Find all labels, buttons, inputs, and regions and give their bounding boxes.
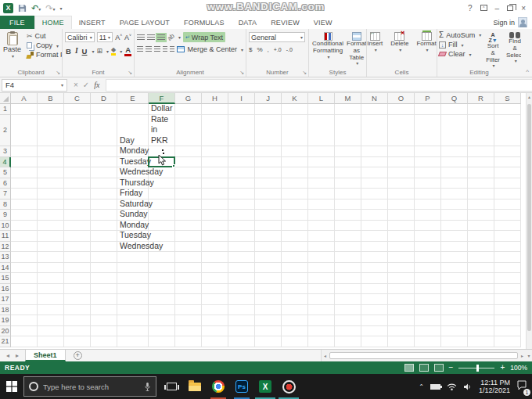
scroll-left-icon[interactable]: ◂ xyxy=(322,353,329,358)
cell-L13[interactable] xyxy=(308,252,335,263)
cell-R19[interactable] xyxy=(468,315,494,326)
cell-R11[interactable] xyxy=(468,231,494,242)
cell-N3[interactable] xyxy=(361,146,388,157)
minimize-button[interactable]: – xyxy=(495,4,500,13)
cell-I19[interactable] xyxy=(228,315,255,326)
cell-M1[interactable] xyxy=(335,104,361,115)
cell-O4[interactable] xyxy=(388,157,415,168)
cell-L1[interactable] xyxy=(308,104,335,115)
cell-M20[interactable] xyxy=(335,326,361,337)
cell-J8[interactable] xyxy=(255,200,282,210)
merge-center-button[interactable]: Merge & Center▾ xyxy=(177,45,243,53)
cell-K3[interactable] xyxy=(282,146,308,157)
cell-B1[interactable] xyxy=(38,104,64,115)
cell-L6[interactable] xyxy=(308,178,335,189)
cell-N5[interactable] xyxy=(361,167,388,178)
cell-D12[interactable] xyxy=(91,242,117,253)
cell-K20[interactable] xyxy=(282,326,308,337)
cell-K11[interactable] xyxy=(282,231,308,242)
cell-D6[interactable] xyxy=(91,178,117,189)
cell-A6[interactable] xyxy=(11,178,38,189)
cell-I16[interactable] xyxy=(228,284,255,295)
cell-G21[interactable] xyxy=(175,336,202,347)
cell-E1[interactable] xyxy=(117,104,149,115)
cell-C14[interactable] xyxy=(64,263,91,274)
cell-S10[interactable] xyxy=(494,221,521,232)
cell-E11[interactable]: Tuesday xyxy=(117,231,149,242)
cell-J13[interactable] xyxy=(255,252,282,263)
horizontal-scroll-thumb[interactable] xyxy=(329,352,518,359)
column-header-K[interactable]: K xyxy=(282,93,308,104)
row-header-21[interactable]: 21 xyxy=(0,336,11,347)
cell-O11[interactable] xyxy=(388,231,415,242)
cell-F16[interactable] xyxy=(149,284,175,295)
row-header-20[interactable]: 20 xyxy=(0,326,11,337)
currency-button[interactable]: $ xyxy=(249,46,252,53)
cell-I4[interactable] xyxy=(228,157,255,168)
cell-M10[interactable] xyxy=(335,221,361,232)
cell-J17[interactable] xyxy=(255,294,282,305)
align-left-icon[interactable] xyxy=(137,46,143,52)
cell-H14[interactable] xyxy=(202,263,228,274)
cell-Q3[interactable] xyxy=(441,146,468,157)
cell-O1[interactable] xyxy=(388,104,415,115)
cell-I10[interactable] xyxy=(228,221,255,232)
cell-F19[interactable] xyxy=(149,315,175,326)
cell-N8[interactable] xyxy=(361,200,388,210)
cell-I17[interactable] xyxy=(228,294,255,305)
cell-C17[interactable] xyxy=(64,294,91,305)
cell-C7[interactable] xyxy=(64,189,91,200)
row-header-9[interactable]: 9 xyxy=(0,210,11,221)
cell-O20[interactable] xyxy=(388,326,415,337)
cell-Q16[interactable] xyxy=(441,284,468,295)
align-center-icon[interactable] xyxy=(146,46,152,52)
decrease-indent-icon[interactable] xyxy=(163,46,167,52)
cell-Q20[interactable] xyxy=(441,326,468,337)
cell-Q14[interactable] xyxy=(441,263,468,274)
row-header-7[interactable]: 7 xyxy=(0,189,11,200)
cell-J7[interactable] xyxy=(255,189,282,200)
cell-C21[interactable] xyxy=(64,336,91,347)
cell-B14[interactable] xyxy=(38,263,64,274)
cell-H1[interactable] xyxy=(202,104,228,115)
column-header-E[interactable]: E xyxy=(117,93,149,104)
cell-P8[interactable] xyxy=(415,200,441,210)
scroll-down-icon[interactable]: ▾ xyxy=(526,350,532,361)
cell-O9[interactable] xyxy=(388,210,415,221)
cell-G10[interactable] xyxy=(175,221,202,232)
copy-button[interactable]: Copy▾ xyxy=(27,41,63,49)
cell-D18[interactable] xyxy=(91,305,117,316)
zoom-in-icon[interactable]: + xyxy=(500,364,505,372)
vertical-scrollbar[interactable]: ▴ xyxy=(526,93,532,349)
cell-S19[interactable] xyxy=(494,315,521,326)
cell-B17[interactable] xyxy=(38,294,64,305)
cell-L4[interactable] xyxy=(308,157,335,168)
cell-N7[interactable] xyxy=(361,189,388,200)
cell-A18[interactable] xyxy=(11,305,38,316)
cell-G2[interactable] xyxy=(175,115,202,147)
cell-H9[interactable] xyxy=(202,210,228,221)
cell-P13[interactable] xyxy=(415,252,441,263)
cell-J12[interactable] xyxy=(255,242,282,253)
column-header-L[interactable]: L xyxy=(308,93,335,104)
cell-Q13[interactable] xyxy=(441,252,468,263)
cell-F15[interactable] xyxy=(149,273,175,284)
cell-Q8[interactable] xyxy=(441,200,468,210)
cell-O13[interactable] xyxy=(388,252,415,263)
page-break-view-icon[interactable] xyxy=(434,364,444,372)
cell-C10[interactable] xyxy=(64,221,91,232)
cell-C12[interactable] xyxy=(64,242,91,253)
cell-F2[interactable]: Dollar Rate in PKR xyxy=(149,115,175,147)
task-view-button[interactable] xyxy=(160,374,183,399)
cell-N16[interactable] xyxy=(361,284,388,295)
cell-G9[interactable] xyxy=(175,210,202,221)
cell-D11[interactable] xyxy=(91,231,117,242)
cell-L8[interactable] xyxy=(308,200,335,210)
cell-D13[interactable] xyxy=(91,252,117,263)
cell-L11[interactable] xyxy=(308,231,335,242)
new-sheet-button[interactable]: + xyxy=(74,351,82,360)
cell-O14[interactable] xyxy=(388,263,415,274)
cell-K7[interactable] xyxy=(282,189,308,200)
cell-B19[interactable] xyxy=(38,315,64,326)
cell-J9[interactable] xyxy=(255,210,282,221)
